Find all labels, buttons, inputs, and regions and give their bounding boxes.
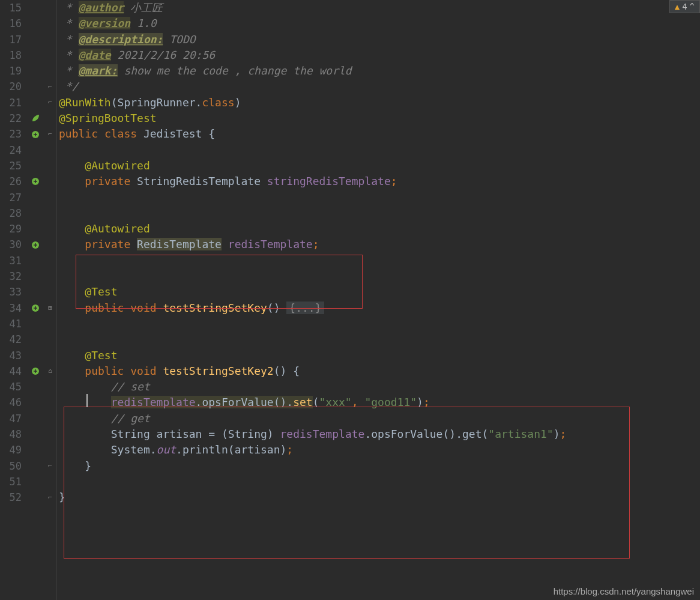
line-number: 52 [0,489,22,505]
line-number: 16 [0,16,22,31]
code-line: @Autowired [59,158,700,174]
warning-icon: ▲ [675,2,680,11]
code-line: @Autowired [59,221,700,237]
fold-shield-icon[interactable]: ⌂ [44,363,56,379]
code-line [59,142,700,158]
line-number: 44 [0,363,22,379]
line-number: 25 [0,158,22,174]
fold-close-icon[interactable]: ⌐ [44,489,56,505]
line-number: 17 [0,32,22,47]
code-line: @SpringBootTest [59,111,700,126]
fold-close-icon[interactable]: ⌐ [44,79,56,94]
chevron-up-icon[interactable]: ^ [690,2,695,11]
code-line: // get [59,411,700,426]
code-line: } [59,458,700,474]
line-number: 43 [0,348,22,363]
line-number-gutter: 15 16 17 18 19 20 21 22 23 24 25 26 27 2… [0,0,26,600]
code-line [59,474,700,489]
code-line: * @description: TODO [59,32,700,47]
code-line: System.out.println(artisan); [59,442,700,458]
code-line: * @date 2021/2/16 20:56 [59,47,700,63]
line-number: 22 [0,111,22,126]
code-line: public void testStringSetKey() {...} [59,300,700,316]
inspection-widget[interactable]: ▲ 4 ^ [669,0,700,13]
code-line: String artisan = (String) redisTemplate.… [59,426,700,442]
code-line: private RedisTemplate redisTemplate; [59,237,700,252]
line-number: 32 [0,268,22,284]
folded-block[interactable]: {...} [286,302,324,314]
line-number: 29 [0,221,22,237]
code-line: private StringRedisTemplate stringRedisT… [59,174,700,189]
line-number: 27 [0,190,22,205]
warning-count: 4 [682,2,687,11]
line-number: 21 [0,95,22,111]
fold-expand-icon[interactable]: ⊞ [44,300,56,316]
line-number: 24 [0,142,22,158]
line-number: 46 [0,395,22,410]
line-number: 48 [0,426,22,442]
line-number: 15 [0,0,22,16]
code-line: @RunWith(SpringRunner.class) [59,95,700,111]
line-number: 51 [0,474,22,489]
code-line: @Test [59,284,700,300]
code-line: */ [59,79,700,94]
code-line [59,268,700,284]
code-line: * @version 1.0 [59,16,700,31]
code-line [59,316,700,332]
line-number: 45 [0,379,22,395]
line-number: 18 [0,47,22,63]
code-line: } [59,489,700,505]
watermark: https://blog.csdn.net/yangshangwei [554,586,694,596]
fold-column[interactable]: ⌐ ⌐ ⌐ ⊞ ⌂ ⌐ ⌐ [44,0,56,600]
line-number: 28 [0,205,22,221]
line-number: 19 [0,63,22,79]
line-number: 30 [0,237,22,252]
spring-leaf-icon[interactable] [26,111,44,126]
code-line [59,205,700,221]
code-line: redisTemplate.opsForValue().set("xxx", "… [59,395,700,410]
line-number: 26 [0,174,22,189]
fold-open-icon[interactable]: ⌐ [44,95,56,111]
gutter-icons-column [26,0,44,600]
code-area[interactable]: * @author 小工匠 * @version 1.0 * @descript… [56,0,700,600]
code-line [59,190,700,205]
code-line: public class JedisTest { [59,126,700,142]
fold-open-icon[interactable]: ⌐ [44,126,56,142]
code-line: // set [59,379,700,395]
line-number: 41 [0,316,22,332]
code-line [59,332,700,347]
line-number: 47 [0,411,22,426]
line-number: 31 [0,253,22,268]
line-number: 33 [0,284,22,300]
line-number: 50 [0,458,22,474]
text-cursor [86,394,88,407]
spring-bean-icon[interactable] [26,126,44,142]
line-number: 34 [0,300,22,316]
code-line: @Test [59,348,700,363]
code-line: public void testStringSetKey2() { [59,363,700,379]
line-number: 23 [0,126,22,142]
spring-bean-icon[interactable] [26,363,44,379]
line-number: 49 [0,442,22,458]
code-editor[interactable]: 15 16 17 18 19 20 21 22 23 24 25 26 27 2… [0,0,700,600]
code-line: * @author 小工匠 [59,0,700,16]
line-number: 20 [0,79,22,94]
fold-close-icon[interactable]: ⌐ [44,458,56,474]
code-line: * @mark: show me the code , change the w… [59,63,700,79]
spring-bean-icon[interactable] [26,300,44,316]
spring-bean-icon[interactable] [26,237,44,252]
code-line [59,253,700,268]
line-number: 42 [0,332,22,347]
spring-bean-icon[interactable] [26,174,44,189]
